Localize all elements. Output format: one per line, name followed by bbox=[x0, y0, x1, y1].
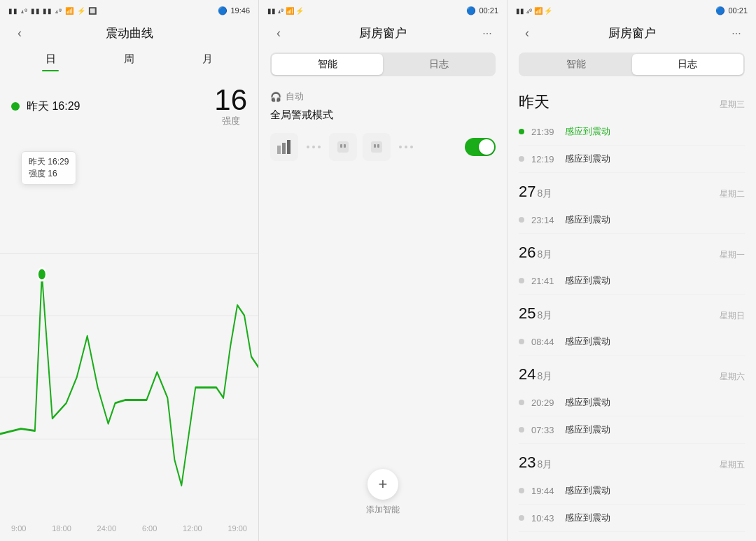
log-item: 19:44感应到震动 bbox=[519, 477, 745, 505]
tab-month[interactable]: 月 bbox=[169, 47, 247, 71]
nav-bar-middle: ‹ 厨房窗户 ··· bbox=[259, 20, 507, 47]
status-right-m: 🔵 00:21 bbox=[466, 6, 498, 15]
time-left: 19:46 bbox=[230, 6, 250, 15]
log-dot bbox=[519, 278, 524, 283]
svg-rect-6 bbox=[282, 143, 286, 154]
log-text: 感应到震动 bbox=[565, 512, 610, 524]
log-text: 感应到震动 bbox=[565, 423, 610, 436]
log-item: 20:29感应到震动 bbox=[519, 389, 745, 416]
log-item: 21:39感应到震动 bbox=[519, 118, 745, 146]
back-button-middle[interactable]: ‹ bbox=[269, 24, 288, 43]
status-bar-middle: ▮▮ ₄ᵍ 📶 ⚡ 🔵 00:21 bbox=[259, 0, 507, 20]
bluetooth-icon-m: 🔵 bbox=[466, 6, 476, 15]
segment-smart[interactable]: 智能 bbox=[272, 54, 383, 75]
device-icon-bar bbox=[270, 133, 298, 161]
log-date-main: 27 bbox=[519, 183, 536, 200]
log-date-month: 8月 bbox=[537, 458, 552, 470]
middle-panel: ▮▮ ₄ᵍ 📶 ⚡ 🔵 00:21 ‹ 厨房窗户 ··· 智能 日志 🎧 自动 … bbox=[259, 0, 507, 541]
x-label-0: 9:00 bbox=[11, 524, 26, 533]
log-dot bbox=[519, 339, 524, 344]
log-time: 10:43 bbox=[531, 513, 558, 524]
nav-bar-right: ‹ 厨房窗户 ··· bbox=[507, 20, 756, 47]
more-button-middle[interactable]: ··· bbox=[477, 24, 497, 43]
log-date-main: 25 bbox=[519, 304, 536, 322]
svg-rect-9 bbox=[340, 144, 342, 148]
log-time: 21:41 bbox=[531, 276, 558, 286]
log-dot bbox=[519, 156, 524, 162]
toggle-thumb bbox=[479, 139, 494, 155]
log-date-header: 258月星期日 bbox=[519, 295, 745, 328]
log-time: 23:14 bbox=[531, 215, 558, 225]
log-date-left: 248月 bbox=[519, 365, 552, 384]
plug-icon-2 bbox=[368, 139, 385, 155]
signal-icons-r: ▮▮ ₄ᵍ 📶 ⚡ bbox=[516, 7, 552, 15]
svg-rect-7 bbox=[287, 140, 290, 154]
nav-title-right: 厨房窗户 bbox=[608, 25, 656, 41]
tooltip-line1: 昨天 16:29 bbox=[29, 156, 69, 168]
log-item: 23:14感应到震动 bbox=[519, 206, 745, 234]
log-date-header: 昨天星期三 bbox=[519, 82, 745, 118]
nav-bar-left: ‹ 震动曲线 bbox=[0, 20, 258, 47]
device-icon-plug1 bbox=[329, 133, 357, 161]
chart-unit: 强度 bbox=[214, 115, 247, 127]
svg-rect-11 bbox=[371, 141, 382, 153]
log-date-left: 昨天 bbox=[519, 92, 550, 113]
back-button-left[interactable]: ‹ bbox=[10, 24, 29, 43]
svg-rect-8 bbox=[337, 141, 349, 153]
log-date-month: 8月 bbox=[537, 370, 552, 381]
chart-area: 昨天 16:29 强度 16 bbox=[0, 130, 258, 521]
log-date-header: 268月星期一 bbox=[519, 234, 745, 267]
x-label-4: 12:00 bbox=[183, 524, 202, 533]
log-date-header: 238月星期五 bbox=[519, 444, 745, 477]
log-text: 感应到震动 bbox=[565, 274, 610, 287]
add-circle-icon: + bbox=[368, 469, 398, 500]
tab-day[interactable]: 日 bbox=[11, 47, 90, 71]
toggle-switch[interactable] bbox=[465, 138, 496, 156]
log-date-main: 24 bbox=[519, 365, 536, 383]
log-item: 10:43感应到震动 bbox=[519, 505, 745, 532]
log-time: 08:44 bbox=[531, 337, 558, 347]
log-dot bbox=[519, 515, 524, 521]
tab-week[interactable]: 周 bbox=[90, 47, 168, 71]
log-item: 08:44感应到震动 bbox=[519, 328, 745, 356]
right-panel: ▮▮ ₄ᵍ 📶 ⚡ 🔵 00:21 ‹ 厨房窗户 ··· 智能 日志 昨天星期三… bbox=[507, 0, 756, 541]
segment-smart-r[interactable]: 智能 bbox=[520, 54, 632, 75]
log-date-week: 星期一 bbox=[720, 249, 745, 261]
back-button-right[interactable]: ‹ bbox=[517, 24, 537, 43]
log-date-main: 26 bbox=[519, 244, 536, 261]
log-dot bbox=[519, 488, 524, 493]
chart-value-display: 16 强度 bbox=[214, 85, 247, 127]
log-date-month: 8月 bbox=[537, 309, 552, 321]
nav-title-middle: 厨房窗户 bbox=[359, 25, 407, 41]
chart-header: 昨天 16:29 16 强度 bbox=[0, 77, 258, 130]
add-smart-button[interactable]: + 添加智能 bbox=[355, 458, 411, 527]
log-date-header: 248月星期六 bbox=[519, 356, 745, 389]
log-text: 感应到震动 bbox=[565, 213, 610, 226]
svg-rect-13 bbox=[377, 144, 379, 148]
log-date-main: 23 bbox=[519, 454, 536, 471]
status-bar-left: ▮▮ ₄ᵍ ▮▮ ▮▮ ₄ᵍ 📶 ⚡ 🔲 🔵 19:46 bbox=[0, 0, 258, 20]
status-bar-right: ▮▮ ₄ᵍ 📶 ⚡ 🔵 00:21 bbox=[507, 0, 756, 20]
headphone-icon: 🎧 bbox=[270, 92, 281, 102]
log-item: 07:33感应到震动 bbox=[519, 416, 745, 444]
log-date-week: 星期二 bbox=[720, 188, 745, 200]
vibration-chart bbox=[0, 130, 258, 521]
bluetooth-icon-r: 🔵 bbox=[715, 6, 725, 15]
device-row bbox=[270, 133, 496, 161]
log-date-week: 星期六 bbox=[720, 371, 745, 383]
segment-log[interactable]: 日志 bbox=[383, 54, 494, 75]
svg-rect-10 bbox=[344, 144, 346, 148]
log-text: 感应到震动 bbox=[565, 335, 610, 348]
more-button-right[interactable]: ··· bbox=[727, 24, 746, 43]
log-dot bbox=[519, 427, 524, 433]
chart-number: 16 bbox=[214, 85, 247, 115]
status-left-r: ▮▮ ₄ᵍ 📶 ⚡ bbox=[516, 7, 552, 15]
log-time: 20:29 bbox=[531, 398, 558, 408]
x-label-5: 19:00 bbox=[227, 524, 247, 533]
log-date-left: 258月 bbox=[519, 304, 552, 323]
svg-rect-5 bbox=[277, 146, 281, 154]
segment-log-r[interactable]: 日志 bbox=[632, 54, 744, 75]
add-label: 添加智能 bbox=[366, 504, 400, 516]
svg-point-4 bbox=[38, 268, 46, 281]
log-time: 19:44 bbox=[531, 486, 558, 496]
